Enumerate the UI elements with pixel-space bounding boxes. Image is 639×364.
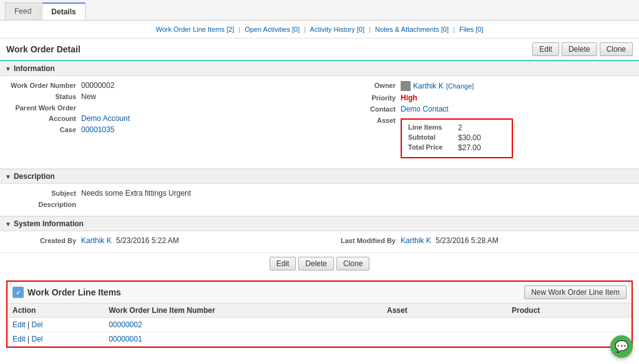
field-priority: Priority High (320, 93, 639, 102)
col-number: Work Order Line Item Number (104, 304, 382, 318)
field-account: Account Demo Account (0, 114, 320, 123)
col-product: Product (507, 304, 632, 318)
nav-activity-history[interactable]: Activity History [0] (310, 26, 364, 33)
total-price-value: $27.00 (458, 143, 481, 152)
row1-product (507, 318, 632, 332)
table-row: Edit | Del 00000002 (7, 318, 632, 332)
information-header[interactable]: ▼ Information (0, 61, 639, 76)
tabs-bar: Feed Details (0, 0, 639, 21)
field-last-modified-by: Last Modified By Karthik K 5/23/2016 5:2… (320, 236, 639, 245)
last-modified-link[interactable]: Karthik K (401, 236, 431, 245)
description-fields-left: Subject Needs some Extra fittings Urgent… (0, 189, 320, 211)
line-items-header: ✓ Work Order Line Items New Work Order L… (7, 282, 632, 304)
field-case: Case 00001035 (0, 125, 320, 134)
summary-subtotal: Subtotal $30.00 (408, 133, 505, 142)
case-link[interactable]: 00001035 (81, 125, 114, 134)
description-section: ▼ Description Subject Needs some Extra f… (0, 169, 639, 216)
nav-work-order-line-items[interactable]: Work Order Line Items [2] (155, 26, 234, 33)
owner-avatar (401, 81, 411, 91)
row2-number-link[interactable]: 00000001 (109, 335, 142, 343)
row1-del-link[interactable]: Del (31, 320, 42, 329)
clone-button[interactable]: Clone (600, 42, 633, 56)
row1-action: Edit | Del (7, 318, 104, 332)
table-row: Edit | Del 00000001 (7, 332, 632, 347)
delete-button[interactable]: Delete (562, 42, 597, 56)
field-created-by: Created By Karthik K 5/23/2016 5:22 AM (0, 236, 320, 245)
row1-edit-link[interactable]: Edit (12, 320, 26, 329)
row2-asset (382, 332, 507, 347)
owner-change-link[interactable]: [Change] (446, 82, 474, 90)
field-owner: Owner Karthik K [Change] (320, 81, 639, 91)
created-by-link[interactable]: Karthik K (81, 236, 112, 245)
owner-row: Karthik K [Change] (401, 81, 639, 91)
last-modified-date: 5/23/2016 5:28 AM (436, 236, 499, 245)
nav-files[interactable]: Files [0] (459, 26, 484, 33)
account-link[interactable]: Demo Account (81, 114, 130, 123)
row1-number: 00000002 (104, 318, 382, 332)
description-fields: Subject Needs some Extra fittings Urgent… (0, 184, 639, 216)
information-fields-left: Work Order Number 00000002 Status New Pa… (0, 81, 320, 163)
nav-open-activities[interactable]: Open Activities [0] (245, 26, 300, 33)
bottom-edit-button[interactable]: Edit (270, 257, 296, 271)
nav-links: Work Order Line Items [2] | Open Activit… (0, 21, 639, 39)
field-work-order-number: Work Order Number 00000002 (0, 81, 320, 90)
chat-button[interactable]: 💬 (610, 335, 633, 358)
sysinfo-fields-right: Last Modified By Karthik K 5/23/2016 5:2… (320, 236, 639, 247)
chat-icon: 💬 (615, 340, 628, 353)
priority-value: High (401, 93, 639, 102)
bottom-buttons: Edit Delete Clone (0, 253, 639, 274)
field-status: Status New (0, 92, 320, 101)
information-section: ▼ Information Work Order Number 00000002… (0, 61, 639, 169)
information-arrow: ▼ (5, 65, 11, 72)
nav-notes-attachments[interactable]: Notes & Attachments [0] (375, 26, 449, 33)
line-items-heading: Work Order Line Items (27, 287, 121, 297)
work-order-detail-header: Work Order Detail Edit Delete Clone (0, 39, 639, 61)
subtotal-value: $30.00 (458, 133, 481, 142)
line-items-title: ✓ Work Order Line Items (12, 287, 121, 298)
field-description: Description (0, 200, 320, 208)
system-information-header[interactable]: ▼ System Information (0, 216, 639, 231)
line-items-count: 2 (458, 123, 462, 132)
system-information-arrow: ▼ (5, 221, 11, 228)
contact-link[interactable]: Demo Contact (401, 105, 449, 113)
system-information-title: System Information (14, 219, 84, 228)
field-subject: Subject Needs some Extra fittings Urgent (0, 189, 320, 198)
edit-button[interactable]: Edit (532, 42, 559, 56)
col-action: Action (7, 304, 104, 318)
new-line-item-button[interactable]: New Work Order Line Item (524, 285, 627, 299)
summary-line-items: Line Items 2 (408, 123, 505, 132)
row2-edit-link[interactable]: Edit (12, 335, 26, 343)
information-fields-right: Owner Karthik K [Change] Priority High C… (320, 81, 639, 163)
line-items-section: ✓ Work Order Line Items New Work Order L… (6, 280, 633, 348)
field-parent-work-order: Parent Work Order (0, 103, 320, 112)
bottom-delete-button[interactable]: Delete (298, 257, 334, 271)
system-information-section: ▼ System Information Created By Karthik … (0, 216, 639, 253)
row2-del-link[interactable]: Del (31, 335, 42, 343)
col-asset: Asset (382, 304, 507, 318)
summary-box: Line Items 2 Subtotal $30.00 Total Price… (401, 118, 513, 158)
description-header[interactable]: ▼ Description (0, 169, 639, 184)
line-items-wrapper: ✓ Work Order Line Items New Work Order L… (0, 280, 639, 360)
created-date: 5/23/2016 5:22 AM (116, 236, 179, 245)
row1-number-link[interactable]: 00000002 (109, 320, 142, 329)
field-contact: Contact Demo Contact (320, 105, 639, 113)
description-title: Description (14, 172, 55, 181)
row1-asset (382, 318, 507, 332)
information-title: Information (14, 64, 55, 73)
bottom-clone-button[interactable]: Clone (336, 257, 369, 271)
table-header-row: Action Work Order Line Item Number Asset… (7, 304, 632, 318)
row2-number: 00000001 (104, 332, 382, 347)
header-buttons: Edit Delete Clone (532, 42, 633, 56)
line-items-icon: ✓ (12, 287, 24, 298)
description-arrow: ▼ (5, 173, 11, 180)
system-information-fields: Created By Karthik K 5/23/2016 5:22 AM L… (0, 231, 639, 253)
row2-action: Edit | Del (7, 332, 104, 347)
summary-total-price: Total Price $27.00 (408, 143, 505, 152)
page-title: Work Order Detail (6, 44, 80, 54)
field-asset: Asset Line Items 2 Subtotal $30.00 (320, 116, 639, 161)
description-fields-right (320, 189, 639, 211)
tab-feed[interactable]: Feed (5, 2, 41, 20)
information-fields: Work Order Number 00000002 Status New Pa… (0, 76, 639, 169)
tab-details[interactable]: Details (42, 2, 85, 20)
owner-link[interactable]: Karthik K (413, 82, 444, 90)
